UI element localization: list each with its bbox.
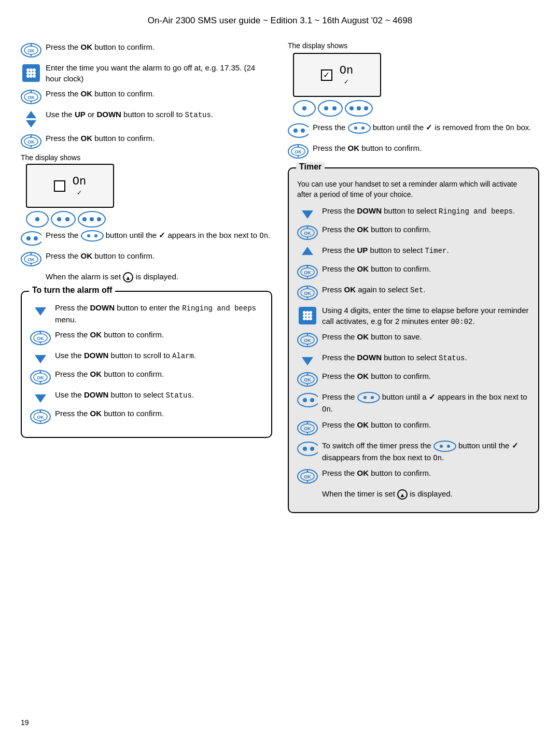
svg-text:OK: OK: [304, 377, 311, 382]
svg-text:▼: ▼: [39, 380, 43, 384]
instr-row: OK▲▼ Press the OK button to confirm.: [30, 329, 263, 346]
svg-text:▼: ▼: [306, 275, 310, 279]
ok-button-icon: OK▲▼: [297, 225, 318, 240]
instr-text: Use the DOWN button to select Status.: [55, 389, 263, 401]
arrow-down-icon: [30, 351, 51, 364]
instr-row: Use the DOWN button to select Status.: [30, 389, 263, 404]
svg-marker-101: [302, 210, 313, 219]
svg-point-93: [348, 123, 370, 133]
instr-text: Press the OK button to confirm.: [322, 371, 530, 381]
instr-row: OK▲▼ Press the OK button to confirm.: [21, 41, 272, 58]
instr-text: Press the button until the ✓ appears in …: [46, 230, 272, 242]
arrow-down-icon: [297, 206, 318, 220]
svg-text:▲: ▲: [30, 89, 33, 93]
right-column: The display shows ✓ On ✓ Press the: [288, 41, 539, 513]
svg-point-82: [302, 106, 306, 110]
keypad-icon: [297, 306, 318, 325]
ok-button-icon: OK▲▼: [21, 134, 41, 149]
instr-text: Press the OK button to confirm.: [55, 329, 263, 340]
svg-text:OK: OK: [27, 95, 35, 100]
svg-point-123: [306, 311, 309, 314]
svg-text:▲: ▲: [30, 42, 33, 46]
right-three-buttons-row: [293, 100, 539, 117]
svg-point-139: [298, 393, 318, 407]
svg-text:OK: OK: [37, 375, 44, 380]
keypad-icon: [21, 63, 41, 83]
svg-marker-133: [302, 357, 313, 365]
svg-text:▲: ▲: [306, 264, 310, 268]
three-dot-button-icon: [78, 211, 106, 228]
two-dot-button-icon: [51, 211, 76, 228]
instr-text: Press the OK button to confirm.: [55, 408, 263, 419]
on-label-right: On ✓: [340, 64, 353, 86]
instr-text: Press the OK button to confirm.: [46, 41, 272, 52]
instr-row: OK▲▼ Press OK again to select Set.: [297, 284, 530, 301]
svg-point-154: [440, 445, 443, 448]
two-dot-button-icon: [288, 123, 309, 138]
svg-point-55: [94, 234, 97, 237]
svg-point-153: [434, 441, 456, 451]
svg-text:▲: ▲: [30, 134, 33, 137]
instr-text: Press the OK button to confirm.: [322, 467, 530, 478]
svg-text:▲: ▲: [30, 251, 33, 255]
svg-point-141: [310, 398, 314, 402]
svg-text:▼: ▼: [30, 53, 33, 57]
svg-point-51: [26, 236, 31, 240]
display-box: On ✓: [26, 164, 114, 208]
page-number: 19: [21, 718, 29, 727]
svg-text:▼: ▼: [30, 145, 33, 148]
instr-text: Enter the time you want the alarm to go …: [46, 62, 272, 84]
svg-text:▼: ▼: [30, 262, 33, 266]
instr-row: OK▲▼ Press the OK button to confirm.: [21, 250, 272, 267]
svg-point-120: [309, 311, 312, 314]
right-display-label: The display shows: [288, 41, 539, 50]
instr-row: Press the UP button to select Timer.: [297, 245, 530, 259]
ok-button-icon: OK▲▼: [21, 89, 41, 105]
svg-point-151: [303, 447, 307, 451]
svg-text:▼: ▼: [39, 341, 43, 345]
svg-point-42: [35, 217, 39, 221]
svg-point-48: [90, 217, 94, 221]
arrow-down-icon: [30, 390, 51, 404]
instr-row: Use the UP or DOWN button to scroll to S…: [21, 109, 272, 129]
instr-text: Press the DOWN button to select Status.: [322, 352, 530, 364]
svg-point-122: [309, 317, 312, 320]
instr-row: Enter the time you want the alarm to go …: [21, 62, 272, 84]
svg-point-150: [298, 442, 318, 456]
instr-row: Press the button until the ✓ appears in …: [21, 230, 272, 246]
ok-button-icon: OK▲▼: [288, 144, 309, 159]
alarm-off-content: Press the DOWN button to enter the Ringi…: [30, 302, 263, 424]
ok-button-icon: OK▲▼: [297, 420, 318, 436]
svg-point-119: [303, 311, 306, 314]
svg-text:▼: ▼: [306, 236, 310, 239]
timer-section: Timer You can use your handset to set a …: [288, 167, 539, 513]
instr-text: Press the button until a ✓ appears in th…: [322, 391, 530, 415]
svg-text:▼: ▼: [306, 479, 310, 483]
svg-text:▲: ▲: [306, 225, 310, 229]
svg-text:▼: ▼: [306, 382, 310, 386]
svg-point-47: [82, 217, 87, 221]
alarm-off-section: To turn the alarm off Press the DOWN but…: [21, 291, 272, 438]
on-label: On ✓: [73, 175, 86, 197]
instr-row: OK▲▼ Press the OK button to confirm.: [297, 371, 530, 387]
instr-text: Press the OK button to save.: [322, 331, 530, 342]
svg-text:OK: OK: [304, 270, 311, 275]
svg-text:OK: OK: [37, 415, 44, 420]
svg-point-126: [309, 314, 312, 317]
svg-text:OK: OK: [295, 149, 302, 154]
svg-text:▼: ▼: [39, 420, 43, 423]
three-buttons-row: [26, 211, 272, 228]
svg-text:▼: ▼: [306, 296, 310, 300]
two-dot-button-icon: [297, 441, 318, 457]
svg-text:▲: ▲: [306, 332, 310, 336]
svg-point-92: [301, 129, 305, 133]
svg-text:▼: ▼: [306, 431, 310, 435]
svg-point-44: [57, 217, 61, 221]
instr-text: When the timer is set ▲ is displayed.: [322, 488, 530, 500]
display-label: The display shows: [21, 153, 272, 162]
svg-point-144: [371, 396, 374, 399]
svg-point-50: [21, 232, 41, 245]
instr-row: OK▲▼ Press the OK button to confirm.: [21, 88, 272, 105]
instr-row: Use the DOWN button to scroll to Alarm.: [30, 350, 263, 364]
instr-row: OK▲▼ Press the OK button to confirm.: [297, 419, 530, 436]
